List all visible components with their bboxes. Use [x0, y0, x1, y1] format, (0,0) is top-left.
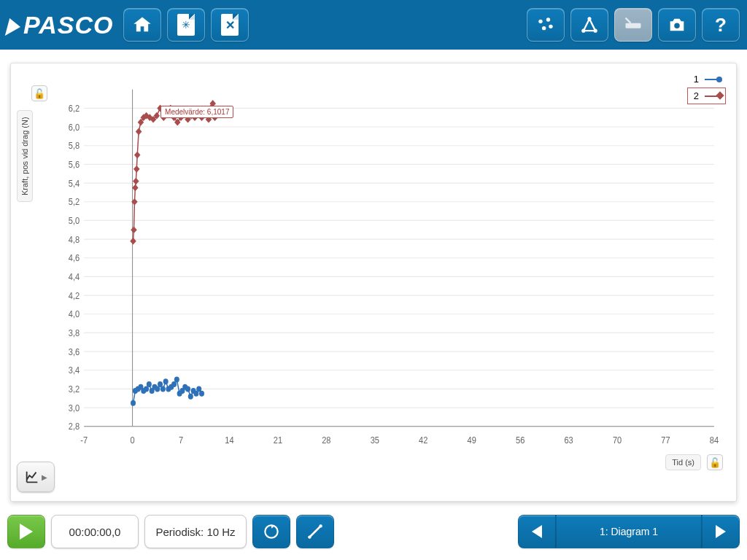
svg-point-1: [546, 18, 550, 21]
legend-item-1[interactable]: 1: [687, 71, 726, 88]
record-play-button[interactable]: [7, 515, 45, 548]
svg-point-5: [587, 17, 591, 20]
svg-text:3,6: 3,6: [69, 346, 80, 357]
chart-tools-button[interactable]: ▶: [17, 462, 55, 492]
chevron-right-icon: [716, 525, 726, 538]
svg-text:4,0: 4,0: [69, 309, 80, 320]
svg-point-61: [131, 400, 136, 406]
svg-text:56: 56: [516, 435, 525, 446]
pager-next-button[interactable]: [702, 515, 740, 548]
legend-item-2[interactable]: 2: [687, 88, 726, 104]
svg-text:63: 63: [564, 435, 573, 446]
camera-icon: [667, 15, 687, 35]
svg-text:77: 77: [661, 435, 670, 446]
home-icon: [132, 15, 152, 35]
svg-point-0: [538, 20, 542, 23]
x-axis-label[interactable]: Tid (s): [665, 454, 701, 470]
unlock-icon: 🔓: [34, 88, 45, 99]
close-file-button[interactable]: ✕: [211, 8, 249, 42]
svg-point-73: [163, 378, 169, 384]
svg-text:7: 7: [179, 435, 183, 446]
y-axis-lock-button[interactable]: 🔓: [31, 85, 47, 101]
legend: 1 2: [687, 71, 726, 104]
svg-text:70: 70: [613, 435, 622, 446]
x-axis-lock-button[interactable]: 🔓: [707, 454, 723, 470]
legend-swatch-2: [705, 96, 719, 97]
svg-text:4,4: 4,4: [69, 271, 80, 282]
elapsed-time-field[interactable]: 00:00:00,0: [51, 515, 139, 548]
triangle-icon: [579, 15, 600, 35]
chevron-right-icon: ▶: [42, 473, 47, 481]
svg-text:5,0: 5,0: [69, 215, 80, 226]
svg-text:4,6: 4,6: [69, 253, 80, 264]
svg-rect-7: [626, 23, 641, 28]
svg-point-120: [308, 535, 311, 538]
sampling-mode-field[interactable]: Periodisk: 10 Hz: [144, 515, 247, 548]
svg-text:-7: -7: [80, 435, 88, 446]
question-icon: ?: [715, 14, 727, 36]
svg-rect-93: [134, 152, 141, 159]
svg-text:35: 35: [371, 435, 380, 446]
svg-text:3,2: 3,2: [69, 384, 80, 394]
svg-point-72: [160, 386, 166, 392]
snapshot-button[interactable]: [658, 8, 696, 42]
legend-label-2: 2: [694, 90, 699, 101]
svg-text:5,2: 5,2: [69, 197, 80, 208]
home-button[interactable]: [123, 8, 161, 42]
svg-text:14: 14: [225, 435, 234, 446]
chevron-left-icon: [532, 525, 542, 538]
pager-prev-button[interactable]: [518, 515, 556, 548]
svg-rect-90: [132, 184, 139, 192]
svg-text:3,0: 3,0: [69, 402, 80, 413]
chart-card: 🔓 Kraft, pos vid drag (N) 2,83,03,23,43,…: [10, 63, 737, 502]
new-file-button[interactable]: ✳: [167, 8, 205, 42]
svg-rect-88: [131, 226, 137, 233]
svg-point-82: [188, 394, 193, 400]
svg-text:84: 84: [710, 435, 719, 446]
svg-text:5,4: 5,4: [69, 178, 80, 189]
ruler-icon: [623, 15, 643, 35]
svg-text:49: 49: [468, 435, 477, 446]
ruler-button-disabled: [614, 8, 652, 42]
svg-point-2: [542, 26, 546, 30]
mean-annotation: Medelvärde: 6,1017: [160, 106, 233, 118]
svg-point-6: [594, 29, 597, 33]
help-button[interactable]: ?: [702, 8, 740, 42]
file-burst-icon: ✳: [177, 14, 195, 36]
svg-point-121: [319, 524, 322, 527]
y-axis-label[interactable]: Kraft, pos vid drag (N): [17, 110, 33, 202]
svg-text:6,2: 6,2: [69, 103, 80, 114]
footer-bar: 00:00:00,0 Periodisk: 10 Hz 1: Diagram 1: [0, 509, 747, 560]
page-pager: 1: Diagram 1: [518, 515, 740, 548]
svg-text:4,8: 4,8: [69, 234, 80, 245]
svg-rect-91: [133, 178, 139, 185]
brand-logo: PASCO: [7, 11, 113, 39]
file-x-icon: ✕: [221, 14, 239, 36]
tools-icon: [306, 522, 325, 541]
legend-label-1: 1: [694, 74, 699, 85]
svg-rect-92: [133, 166, 140, 173]
svg-text:6,0: 6,0: [69, 122, 80, 133]
svg-point-81: [185, 386, 190, 392]
cycle-button[interactable]: [252, 515, 290, 548]
svg-text:21: 21: [274, 435, 282, 446]
dots-icon: [535, 15, 556, 35]
svg-rect-87: [130, 238, 136, 245]
svg-text:0: 0: [131, 435, 136, 446]
svg-rect-94: [136, 128, 142, 136]
svg-point-3: [549, 25, 552, 28]
app-header: PASCO ✳ ✕ ?: [0, 0, 747, 50]
pager-label[interactable]: 1: Diagram 1: [556, 515, 702, 548]
unlock-icon: 🔓: [709, 457, 721, 468]
sensor-button[interactable]: [527, 8, 565, 42]
svg-point-4: [581, 29, 585, 33]
play-icon: [20, 524, 33, 540]
svg-text:28: 28: [322, 435, 331, 446]
svg-text:5,8: 5,8: [69, 141, 80, 152]
main-area: 🔓 Kraft, pos vid drag (N) 2,83,03,23,43,…: [0, 50, 747, 509]
tools-button[interactable]: [296, 515, 334, 548]
svg-text:2,8: 2,8: [69, 421, 80, 432]
geometry-button[interactable]: [570, 8, 608, 42]
plot-area[interactable]: 2,83,03,23,43,63,84,04,24,44,64,85,05,25…: [62, 85, 721, 451]
svg-point-8: [674, 23, 679, 28]
